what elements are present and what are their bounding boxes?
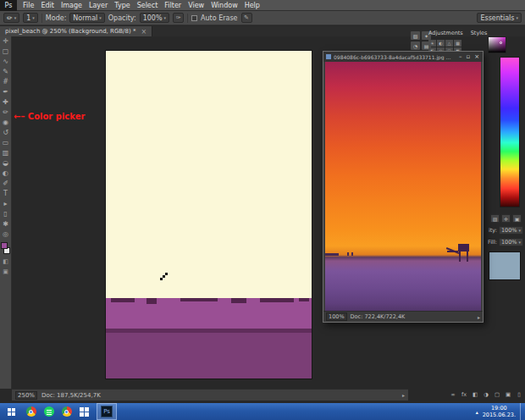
pencil-stroke-mark bbox=[160, 278, 163, 280]
options-bar: ✏ ▾ 1 ▾ Mode: Normal ▾ Opacity: 100% ▾ ✑… bbox=[0, 11, 525, 25]
eyedropper-tool[interactable]: ✒ bbox=[0, 87, 12, 97]
layer-thumbnail[interactable] bbox=[489, 251, 521, 280]
delete-layer-icon[interactable]: ▯ bbox=[516, 391, 522, 398]
hue-ramp[interactable] bbox=[500, 57, 520, 207]
lock-position-icon[interactable]: ✛ bbox=[501, 214, 511, 223]
caret-icon: ▾ bbox=[516, 16, 518, 20]
layer-opacity-field[interactable]: 100% ▾ bbox=[499, 226, 523, 235]
tower-legs bbox=[459, 251, 468, 262]
tablet-pressure-icon[interactable]: ✑ bbox=[173, 13, 184, 23]
sunset-beach-photo[interactable] bbox=[325, 62, 481, 311]
lock-all-icon[interactable]: ▣ bbox=[512, 214, 522, 223]
collapsed-panel-icon[interactable]: ▧ bbox=[411, 31, 420, 40]
workspace-switcher[interactable]: Essentials ▾ bbox=[477, 13, 522, 23]
auto-erase-checkbox[interactable] bbox=[191, 15, 197, 21]
menu-view[interactable]: View bbox=[185, 2, 207, 9]
pen-tool[interactable]: ✐ bbox=[0, 179, 12, 189]
apps-grid-icon[interactable] bbox=[75, 403, 93, 420]
tower-cabin bbox=[458, 244, 469, 251]
blur-tool[interactable]: ◒ bbox=[0, 158, 12, 169]
layer-fill-field[interactable]: 100% ▾ bbox=[499, 238, 523, 246]
adjustment-icon[interactable]: ▦ bbox=[454, 40, 461, 47]
hidden-icons-chevron[interactable]: ▴ bbox=[476, 409, 478, 415]
tab-adjustments[interactable]: Adjustments bbox=[428, 30, 463, 36]
menu-select[interactable]: Select bbox=[134, 2, 162, 9]
color-field-marker bbox=[500, 41, 502, 44]
rectangular-marquee-tool[interactable]: ▢ bbox=[0, 47, 12, 57]
minimize-icon[interactable]: – bbox=[458, 53, 463, 60]
gradient-tool[interactable]: ▥ bbox=[0, 148, 12, 158]
new-layer-icon[interactable]: ▣ bbox=[505, 391, 511, 398]
document-tab-title: pixel_beach @ 250% (Background, RGB/8) * bbox=[5, 28, 135, 35]
menu-image[interactable]: Image bbox=[58, 2, 86, 9]
menu-type[interactable]: Type bbox=[111, 2, 133, 9]
floating-window-titlebar[interactable]: 0984086c-b6963733-8a4dacaf5d33711.jpg @ … bbox=[323, 52, 483, 62]
opacity-select[interactable]: 100% ▾ bbox=[140, 13, 169, 23]
brush-tool[interactable]: ✏ bbox=[0, 108, 12, 118]
quick-mask-button[interactable]: ◧ bbox=[0, 257, 12, 267]
spotify-icon[interactable] bbox=[40, 403, 58, 420]
layer-opacity-value: 100% bbox=[501, 227, 517, 234]
maximize-icon[interactable]: ▫ bbox=[465, 53, 471, 60]
taskbar-clock[interactable]: 19:00 2015.06.23. bbox=[483, 405, 516, 418]
close-icon[interactable]: × bbox=[473, 53, 480, 60]
color-field[interactable] bbox=[488, 36, 506, 53]
type-tool[interactable]: T bbox=[0, 189, 12, 199]
dodge-tool[interactable]: ◐ bbox=[0, 169, 12, 179]
brush-size-value: 1 bbox=[26, 14, 30, 22]
layer-style-icon[interactable]: fx bbox=[461, 391, 467, 398]
move-tool[interactable]: ✛ bbox=[0, 36, 12, 47]
start-button[interactable] bbox=[0, 403, 22, 420]
layer-fill-row: Fill: 100% ▾ bbox=[488, 238, 523, 246]
history-brush-tool[interactable]: ↺ bbox=[0, 128, 12, 138]
status-arrow-icon[interactable]: ▸ bbox=[402, 392, 405, 398]
screen-mode-button[interactable]: ▣ bbox=[0, 267, 12, 277]
hand-tool[interactable]: ✱ bbox=[0, 219, 12, 229]
photoshop-logo: Ps bbox=[0, 0, 17, 11]
quick-selection-tool[interactable]: ✎ bbox=[0, 67, 12, 77]
rectangle-tool[interactable]: ▯ bbox=[0, 209, 12, 219]
blend-mode-select[interactable]: Normal ▾ bbox=[69, 13, 104, 23]
lasso-tool[interactable]: ∿ bbox=[0, 57, 12, 67]
document-canvas[interactable] bbox=[106, 51, 312, 379]
spot-healing-brush-tool[interactable]: ✚ bbox=[0, 97, 12, 108]
lock-transparency-icon[interactable]: ▨ bbox=[490, 214, 500, 223]
menu-edit[interactable]: Edit bbox=[37, 2, 58, 9]
clone-stamp-tool[interactable]: ◉ bbox=[0, 118, 12, 128]
zoom-level-field[interactable]: 250% bbox=[15, 391, 37, 400]
document-tab[interactable]: pixel_beach @ 250% (Background, RGB/8) *… bbox=[0, 26, 152, 36]
adjustment-icon[interactable]: ☀ bbox=[428, 40, 436, 47]
layer-group-icon[interactable]: ▢ bbox=[494, 391, 500, 398]
crop-tool[interactable]: # bbox=[0, 77, 12, 87]
chrome-icon[interactable] bbox=[22, 403, 40, 420]
menu-filter[interactable]: Filter bbox=[161, 2, 185, 9]
adjustment-icon[interactable]: ◐ bbox=[437, 40, 445, 47]
eraser-tool[interactable]: ▭ bbox=[0, 138, 12, 148]
menu-window[interactable]: Window bbox=[207, 2, 241, 9]
status-arrow-icon[interactable]: ▸ bbox=[478, 314, 480, 320]
link-layers-icon[interactable]: ∞ bbox=[450, 391, 456, 398]
collapsed-panel-icon[interactable]: ◔ bbox=[411, 41, 420, 50]
caret-icon: ▾ bbox=[518, 240, 521, 245]
tool-preset-picker[interactable]: ✏ ▾ bbox=[3, 13, 19, 23]
foreground-color-swatch[interactable] bbox=[1, 242, 8, 249]
document-statusbar: 250% Doc: 187,5K/254,7K ▸ bbox=[12, 389, 408, 401]
adjustment-icon[interactable]: △ bbox=[445, 40, 453, 47]
layers-panel-footer: ∞ fx ◧ ◑ ▢ ▣ ▯ bbox=[450, 391, 522, 398]
menu-layer[interactable]: Layer bbox=[86, 2, 111, 9]
path-selection-tool[interactable]: ▸ bbox=[0, 199, 12, 209]
tab-styles[interactable]: Styles bbox=[471, 30, 488, 36]
airbrush-icon[interactable]: ✎ bbox=[241, 13, 252, 23]
browser-icon[interactable] bbox=[58, 403, 75, 420]
zoom-tool[interactable]: ◎ bbox=[0, 229, 12, 240]
menu-file[interactable]: File bbox=[19, 2, 37, 9]
brush-preset-picker[interactable]: 1 ▾ bbox=[23, 13, 38, 23]
adjustment-layer-icon[interactable]: ◑ bbox=[483, 391, 489, 398]
menu-help[interactable]: Help bbox=[241, 2, 263, 9]
layer-mask-icon[interactable]: ◧ bbox=[472, 391, 478, 398]
layer-fill-label: Fill: bbox=[488, 239, 497, 246]
show-desktop-button[interactable] bbox=[520, 403, 523, 420]
zoom-level-field[interactable]: 100% bbox=[326, 312, 347, 321]
close-tab-icon[interactable]: × bbox=[141, 28, 146, 36]
photoshop-taskbar-button[interactable]: Ps bbox=[97, 403, 117, 420]
